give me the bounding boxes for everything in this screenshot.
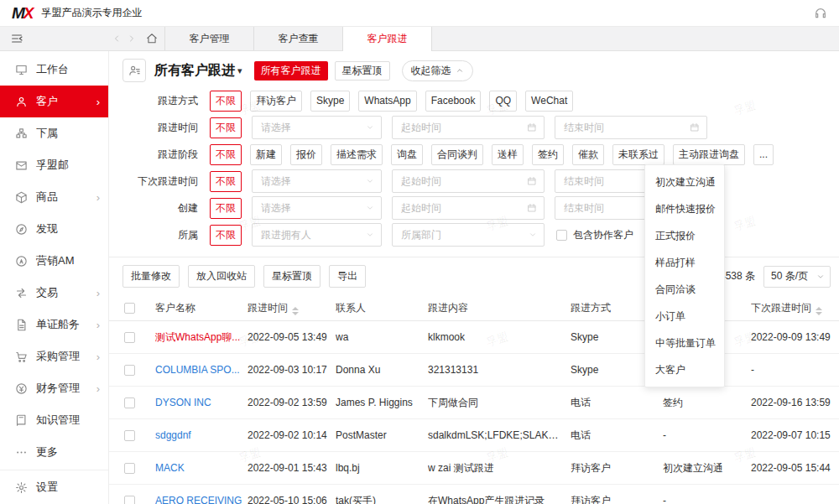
filter-option-button[interactable]: 送样 bbox=[492, 144, 524, 165]
row-checkbox[interactable] bbox=[124, 463, 135, 474]
title-caret-down-icon[interactable]: ▾ bbox=[237, 65, 242, 76]
unlimited-button[interactable]: 不限 bbox=[210, 144, 242, 165]
stage-dropdown-option[interactable]: 正式报价 bbox=[645, 222, 724, 249]
table-row[interactable]: AERO RECEIVING2022-05-10 15:06tak(买手)在Wh… bbox=[109, 485, 839, 504]
stage-dropdown-option[interactable]: 邮件快速报价 bbox=[645, 195, 724, 222]
filter-option-button[interactable]: 新建 bbox=[250, 144, 282, 165]
sidebar-item-subordinate[interactable]: 下属 bbox=[0, 117, 108, 149]
collapse-filter-button[interactable]: 收起筛选 bbox=[402, 60, 473, 81]
row-checkbox[interactable] bbox=[124, 430, 135, 441]
sort-control[interactable] bbox=[816, 307, 822, 315]
sidebar-item-purchase[interactable]: 采购管理› bbox=[0, 340, 108, 372]
home-tab-button[interactable] bbox=[139, 33, 164, 44]
follow-time-end-input[interactable]: 结束时间 bbox=[555, 116, 707, 139]
tab-customer-followup[interactable]: 客户跟进 bbox=[342, 27, 432, 51]
move-to-recycle-bin-button[interactable]: 放入回收站 bbox=[188, 265, 255, 288]
filter-option-button[interactable]: WhatsApp bbox=[358, 91, 416, 112]
unlimited-button[interactable]: 不限 bbox=[210, 225, 242, 246]
main-content: 所有客户跟进 ▾ 所有客户跟进 星标置顶 收起筛选 跟进方式 不限 拜访客户Sk… bbox=[109, 50, 839, 504]
row-checkbox[interactable] bbox=[124, 332, 135, 343]
tab-customer-dedupe[interactable]: 客户查重 bbox=[253, 27, 342, 50]
sidebar-item-mail[interactable]: 孚盟邮 bbox=[0, 149, 108, 181]
stage-dropdown-option[interactable]: 初次建立沟通 bbox=[645, 169, 724, 195]
stage-dropdown-option[interactable]: 合同洽谈 bbox=[645, 276, 724, 303]
next-follow-time-preset-select[interactable]: 请选择 bbox=[252, 169, 382, 193]
follow-time-preset-select[interactable]: 请选择 bbox=[252, 116, 382, 139]
department-select[interactable]: 所属部门 bbox=[392, 223, 545, 247]
more-stages-button[interactable]: ... bbox=[753, 144, 774, 165]
customer-name-link[interactable]: COLUMBIA SPO... bbox=[155, 364, 240, 376]
sidebar-item-customer[interactable]: 客户› bbox=[0, 86, 108, 117]
stage-dropdown-option[interactable]: 中等批量订单 bbox=[645, 330, 724, 356]
star-pin-button[interactable]: 星标置顶 bbox=[263, 265, 320, 288]
filter-option-button[interactable]: 合同谈判 bbox=[431, 144, 483, 165]
stage-dropdown-option[interactable]: 小订单 bbox=[645, 303, 724, 330]
caret-down-icon bbox=[816, 273, 825, 281]
customer-name-link[interactable]: sdggdnf bbox=[155, 429, 191, 441]
customer-name-link[interactable]: DYSON INC bbox=[155, 397, 211, 408]
filter-option-button[interactable]: WeChat bbox=[525, 91, 573, 112]
filter-option-button[interactable]: Skype bbox=[310, 91, 350, 112]
sidebar-item-trade[interactable]: 交易› bbox=[0, 277, 108, 309]
view-tag-starred[interactable]: 星标置顶 bbox=[335, 61, 390, 81]
select-all-checkbox[interactable] bbox=[124, 303, 135, 314]
stage-dropdown-option[interactable]: 大客户 bbox=[645, 356, 724, 383]
created-preset-select[interactable]: 请选择 bbox=[252, 196, 382, 220]
filter-option-button[interactable]: 主动跟进询盘 bbox=[673, 144, 745, 165]
filter-option-button[interactable]: 描述需求 bbox=[331, 144, 383, 165]
view-tag-all-followups[interactable]: 所有客户跟进 bbox=[254, 61, 328, 81]
filter-option-button[interactable]: QQ bbox=[489, 91, 517, 112]
nav-back-icon[interactable] bbox=[112, 34, 122, 44]
collapse-sidebar-button[interactable] bbox=[0, 27, 109, 50]
mx-logo[interactable]: MX bbox=[12, 4, 34, 23]
filter-option-button[interactable]: 询盘 bbox=[391, 144, 423, 165]
table-row[interactable]: DYSON INC2022-09-02 13:59James P. Higgin… bbox=[109, 387, 839, 419]
stage-dropdown-option[interactable]: 样品打样 bbox=[645, 249, 724, 276]
owner-select[interactable]: 跟进拥有人 bbox=[252, 223, 382, 247]
export-button[interactable]: 导出 bbox=[329, 265, 366, 288]
filter-option-button[interactable]: 催款 bbox=[572, 144, 604, 165]
person-filter-button[interactable] bbox=[122, 59, 146, 82]
unlimited-button[interactable]: 不限 bbox=[210, 198, 242, 219]
follow-time-cell: 2022-09-02 13:59 bbox=[248, 397, 336, 408]
sidebar-item-product[interactable]: 商品› bbox=[0, 181, 108, 213]
follow-time-start-input[interactable]: 起始时间 bbox=[392, 116, 545, 139]
tab-customer-management[interactable]: 客户管理 bbox=[164, 27, 253, 50]
sidebar-item-more[interactable]: 更多 bbox=[0, 436, 108, 468]
row-checkbox[interactable] bbox=[124, 397, 135, 408]
sidebar-item-finance[interactable]: 财务管理› bbox=[0, 372, 108, 404]
sidebar-item-workbench[interactable]: 工作台 bbox=[0, 54, 108, 86]
sidebar-item-shipping-doc[interactable]: 单证船务› bbox=[0, 309, 108, 340]
table-row[interactable]: 测试WhatsApp聊...2022-09-05 13:49waklkmookS… bbox=[109, 321, 839, 354]
sidebar-item-settings[interactable]: 设置 bbox=[0, 470, 108, 504]
customer-name-link[interactable]: 测试WhatsApp聊... bbox=[155, 331, 240, 343]
next-follow-time-start-input[interactable]: 起始时间 bbox=[392, 169, 545, 193]
customer-name-link[interactable]: AERO RECEIVING bbox=[155, 495, 242, 504]
table-row[interactable]: sdggdnf2022-09-02 10:14PostMastersdalkdm… bbox=[109, 419, 839, 452]
filter-option-button[interactable]: 未联系过 bbox=[612, 144, 664, 165]
filter-option-button[interactable]: 报价 bbox=[290, 144, 322, 165]
sidebar-item-knowledge[interactable]: 知识管理 bbox=[0, 404, 108, 436]
unlimited-button[interactable]: 不限 bbox=[210, 91, 242, 112]
support-headset-icon[interactable] bbox=[814, 7, 827, 20]
sidebar-item-marketing[interactable]: 营销AM bbox=[0, 245, 108, 277]
filter-option-button[interactable]: 拜访客户 bbox=[250, 91, 302, 112]
table-row[interactable]: MACK2022-09-01 15:43lbq.bjw zai 测试跟进拜访客户… bbox=[109, 452, 839, 485]
sidebar-item-discover[interactable]: 发现 bbox=[0, 213, 108, 245]
row-checkbox[interactable] bbox=[124, 496, 135, 504]
nav-forward-icon[interactable] bbox=[127, 34, 137, 44]
unlimited-button[interactable]: 不限 bbox=[210, 117, 242, 138]
chevron-right-icon: › bbox=[96, 96, 100, 108]
table-row[interactable]: COLUMBIA SPO...2022-09-03 10:17Donna Xu3… bbox=[109, 354, 839, 387]
row-checkbox[interactable] bbox=[124, 365, 135, 376]
customer-name-link[interactable]: MACK bbox=[155, 462, 185, 474]
home-icon bbox=[146, 33, 158, 44]
sort-control[interactable] bbox=[292, 307, 299, 315]
batch-edit-button[interactable]: 批量修改 bbox=[122, 265, 180, 288]
include-collab-checkbox[interactable] bbox=[556, 230, 567, 241]
filter-option-button[interactable]: Facebook bbox=[425, 91, 482, 112]
filter-option-button[interactable]: 签约 bbox=[532, 144, 564, 165]
created-start-input[interactable]: 起始时间 bbox=[392, 196, 545, 220]
page-size-select[interactable]: 50 条/页 bbox=[763, 266, 831, 288]
unlimited-button[interactable]: 不限 bbox=[210, 171, 242, 192]
